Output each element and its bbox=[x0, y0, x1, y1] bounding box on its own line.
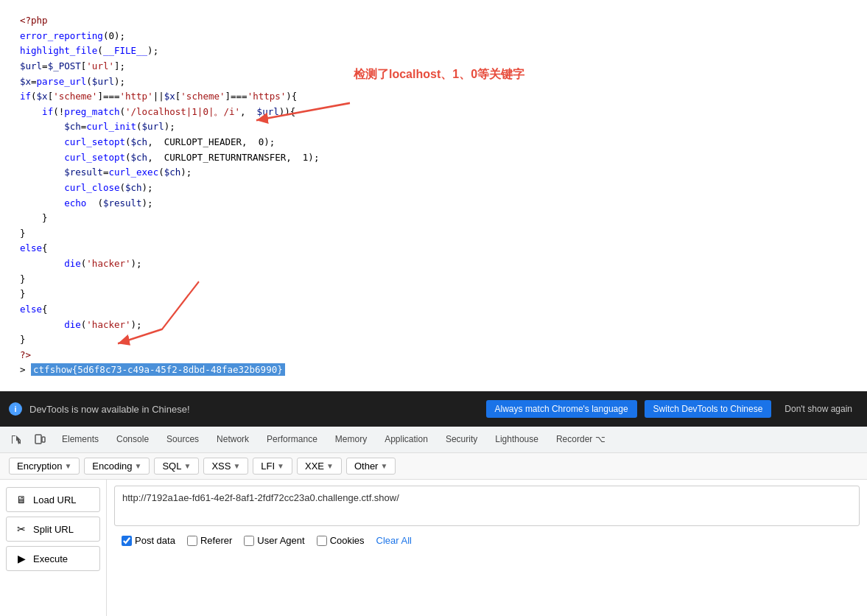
code-line-22: } bbox=[20, 332, 847, 348]
code-line-14: } bbox=[20, 211, 847, 226]
code-line-18: } bbox=[20, 272, 847, 287]
user-agent-checkbox-label[interactable]: User Agent bbox=[244, 535, 304, 546]
tab-memory[interactable]: Memory bbox=[326, 430, 376, 450]
split-url-button[interactable]: ✂ Split URL bbox=[6, 517, 100, 542]
code-line-2: error_reporting(0); bbox=[20, 29, 847, 44]
right-content-area: Post data Referer User Agent Cookies Cle… bbox=[107, 480, 867, 616]
tab-lighthouse[interactable]: Lighthouse bbox=[486, 430, 547, 450]
main-panel: 🖥 Load URL ✂ Split URL ▶ Execute Post da… bbox=[0, 480, 867, 616]
devtools-tab-bar: Elements Console Sources Network Perform… bbox=[0, 427, 867, 453]
code-line-20: else{ bbox=[20, 302, 847, 318]
xxe-dropdown-arrow: ▼ bbox=[326, 462, 334, 470]
cookies-checkbox-label[interactable]: Cookies bbox=[317, 535, 365, 546]
info-icon: i bbox=[9, 402, 22, 416]
devtools-bar-text: DevTools is now available in Chinese! bbox=[29, 404, 479, 415]
code-section: <?php error_reporting(0); highlight_file… bbox=[0, 0, 867, 391]
referer-checkbox-label[interactable]: Referer bbox=[187, 535, 232, 546]
encoding-dropdown-arrow: ▼ bbox=[135, 462, 142, 470]
tab-elements[interactable]: Elements bbox=[53, 430, 108, 450]
code-display: <?php error_reporting(0); highlight_file… bbox=[9, 6, 858, 385]
plugin-toolbar: Encryption ▼ Encoding ▼ SQL ▼ XSS ▼ LFI … bbox=[0, 453, 867, 480]
user-agent-checkbox[interactable] bbox=[244, 536, 254, 546]
code-line-4: $url=$_POST['url']; bbox=[20, 59, 847, 74]
code-line-9: curl_setopt($ch, CURLOPT_HEADER, 0); bbox=[20, 135, 847, 150]
code-line-1: <?php bbox=[20, 13, 847, 29]
code-line-13: echo ($result); bbox=[20, 196, 847, 211]
code-line-19: } bbox=[20, 287, 847, 302]
dont-show-again-button[interactable]: Don't show again bbox=[779, 400, 858, 418]
tab-recorder[interactable]: Recorder ⌥ bbox=[547, 430, 614, 450]
code-line-3: highlight_file(__FILE__); bbox=[20, 43, 847, 59]
url-input-field[interactable] bbox=[114, 486, 860, 526]
tab-application[interactable]: Application bbox=[376, 430, 437, 450]
xxe-menu-button[interactable]: XXE ▼ bbox=[297, 458, 342, 475]
lfi-menu-button[interactable]: LFI ▼ bbox=[253, 458, 292, 475]
execute-icon: ▶ bbox=[14, 551, 29, 566]
encryption-menu-button[interactable]: Encryption ▼ bbox=[9, 458, 80, 475]
code-line-21: die('hacker'); bbox=[20, 318, 847, 333]
code-line-12: curl_close($ch); bbox=[20, 181, 847, 196]
always-match-language-button[interactable]: Always match Chrome's language bbox=[486, 400, 637, 418]
other-menu-button[interactable]: Other ▼ bbox=[346, 458, 396, 475]
tab-security[interactable]: Security bbox=[437, 430, 486, 450]
code-line-10: curl_setopt($ch, CURLOPT_RETURNTRANSFER,… bbox=[20, 150, 847, 166]
tab-network[interactable]: Network bbox=[208, 430, 258, 450]
checkbox-row: Post data Referer User Agent Cookies Cle… bbox=[114, 529, 860, 552]
tab-performance[interactable]: Performance bbox=[258, 430, 326, 450]
switch-devtools-chinese-button[interactable]: Switch DevTools to Chinese bbox=[645, 400, 772, 418]
post-data-checkbox[interactable] bbox=[122, 536, 132, 546]
referer-checkbox[interactable] bbox=[187, 536, 197, 546]
load-url-icon: 🖥 bbox=[14, 492, 29, 507]
code-line-16: else{ bbox=[20, 241, 847, 256]
svg-rect-3 bbox=[35, 435, 41, 444]
clear-all-button[interactable]: Clear All bbox=[376, 535, 412, 546]
encoding-menu-button[interactable]: Encoding ▼ bbox=[84, 458, 150, 475]
code-line-17: die('hacker'); bbox=[20, 256, 847, 272]
code-line-15: } bbox=[20, 226, 847, 242]
devtools-notification-bar: i DevTools is now available in Chinese! … bbox=[0, 391, 867, 427]
load-url-button[interactable]: 🖥 Load URL bbox=[6, 487, 100, 512]
code-line-7: if(!preg_match('/localhost|1|0|。/i', $ur… bbox=[20, 105, 847, 120]
tab-console[interactable]: Console bbox=[108, 430, 158, 450]
code-line-8: $ch=curl_init($url); bbox=[20, 119, 847, 135]
post-data-checkbox-label[interactable]: Post data bbox=[122, 535, 175, 546]
xss-menu-button[interactable]: XSS ▼ bbox=[203, 458, 248, 475]
sql-dropdown-arrow: ▼ bbox=[183, 462, 191, 470]
tab-sources[interactable]: Sources bbox=[158, 430, 208, 450]
cookies-checkbox[interactable] bbox=[317, 536, 327, 546]
sql-menu-button[interactable]: SQL ▼ bbox=[154, 458, 199, 475]
execute-button[interactable]: ▶ Execute bbox=[6, 546, 100, 571]
side-button-panel: 🖥 Load URL ✂ Split URL ▶ Execute bbox=[0, 480, 107, 616]
split-url-icon: ✂ bbox=[14, 522, 29, 536]
device-toolbar-icon[interactable] bbox=[29, 430, 50, 450]
code-line-11: $result=curl_exec($ch); bbox=[20, 165, 847, 181]
inspect-element-icon[interactable] bbox=[6, 430, 27, 450]
code-line-5: $x=parse_url($url); bbox=[20, 74, 847, 90]
encryption-dropdown-arrow: ▼ bbox=[64, 462, 71, 470]
svg-rect-4 bbox=[42, 437, 45, 442]
lfi-dropdown-arrow: ▼ bbox=[277, 462, 284, 470]
code-line-flag: > ctfshow{5d6f8c73-c49a-45f2-8dbd-48fae3… bbox=[20, 363, 847, 378]
xss-dropdown-arrow: ▼ bbox=[233, 462, 240, 470]
code-line-6: if($x['scheme']==='http'||$x['scheme']==… bbox=[20, 89, 847, 105]
other-dropdown-arrow: ▼ bbox=[380, 462, 387, 470]
code-line-23: ?> bbox=[20, 348, 847, 363]
flag-value: ctfshow{5d6f8c73-c49a-45f2-8dbd-48fae32b… bbox=[31, 363, 285, 376]
